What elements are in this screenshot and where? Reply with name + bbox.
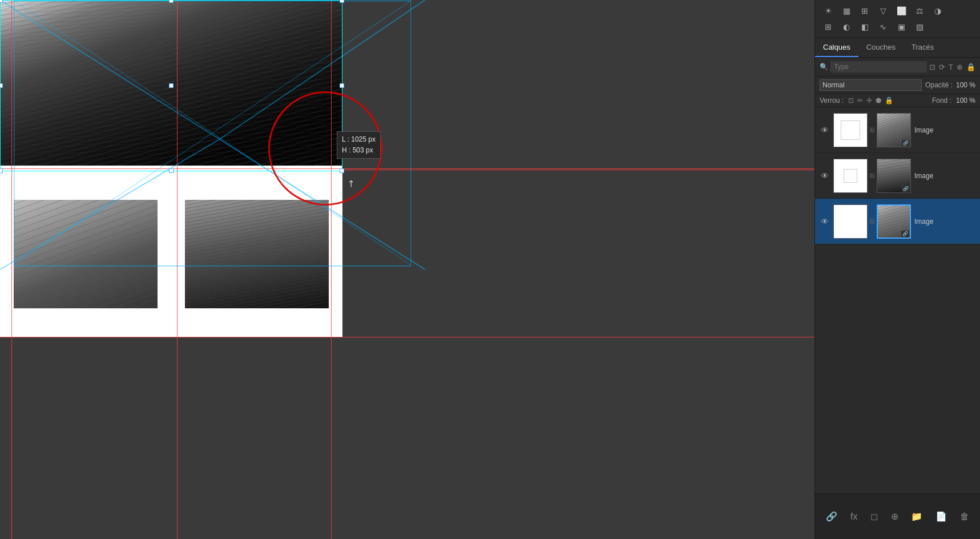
layers-list: 👁 ⛓ 🔗 Image 👁 (815, 107, 980, 493)
handle-mr[interactable] (340, 83, 344, 88)
contrast-icon[interactable]: ◧ (858, 21, 871, 33)
handle-bc[interactable] (169, 168, 174, 173)
layer-item-3[interactable]: 👁 ⛓ 🔗 Image (815, 199, 980, 244)
tooltip-width: L : 1025 px (342, 134, 376, 145)
layer-1-mask-thumb (833, 113, 868, 147)
handle-tr[interactable] (340, 0, 344, 3)
layer-1-thumbs: ⛓ 🔗 (833, 113, 911, 147)
lock-move-icon[interactable]: ✛ (866, 96, 872, 104)
guide-h-2 (0, 337, 814, 337)
hue-icon[interactable]: ◑ (931, 5, 944, 17)
search-input[interactable] (830, 61, 927, 73)
layer-3-thumbs: ⛓ 🔗 (833, 204, 911, 239)
layer-2-visibility[interactable]: 👁 (820, 171, 830, 181)
mask-icon[interactable]: ◻ (870, 511, 878, 522)
layer-item-2[interactable]: 👁 ⛓ 🔗 Image (815, 153, 980, 199)
balance-icon[interactable]: ⚖ (913, 5, 926, 17)
opacity-label: Opacité : (925, 81, 953, 89)
layer-3-badge: 🔗 (901, 231, 909, 237)
tooltip-height: H : 503 px (342, 145, 376, 156)
handle-ml[interactable] (0, 83, 3, 88)
delete-icon[interactable]: 🗑 (960, 512, 969, 522)
layer-3-name: Image (914, 218, 933, 226)
levels-icon[interactable]: ▽ (877, 5, 889, 17)
search-icon-3[interactable]: ⟳ (939, 63, 945, 71)
handle-tc[interactable] (169, 0, 174, 3)
guide-h-3 (342, 170, 814, 170)
blend-opacity-row: Normal Opacité : 100 % (815, 77, 980, 94)
verrou-label: Verrou : (820, 96, 844, 104)
gradient-icon[interactable]: ⬜ (895, 5, 908, 17)
handle-bl[interactable] (0, 168, 3, 173)
right-panel: ☀ ▦ ⊞ ▽ ⬜ ⚖ ◑ ⊞ ◐ ◧ ∿ ▣ ▨ Calques Couche… (814, 0, 980, 539)
layer-1-badge: 🔗 (902, 140, 910, 146)
toolbar-row-1: ☀ ▦ ⊞ ▽ ⬜ ⚖ ◑ (822, 5, 973, 17)
panel-tabs: Calques Couches Tracés (815, 38, 980, 58)
curves-icon[interactable]: ⊞ (858, 5, 871, 17)
search-icon-5[interactable]: ⊕ (957, 63, 963, 71)
tab-calques[interactable]: Calques (815, 38, 858, 57)
layer-item-1[interactable]: 👁 ⛓ 🔗 Image (815, 107, 980, 153)
search-bar: 🔍 ⊡ ⟳ T ⊕ 🔒 (815, 58, 980, 77)
canvas-area: L : 1025 px H : 503 px ↗ (0, 0, 814, 539)
photo-inner-left (14, 200, 158, 308)
layer-3-mask-thumb (833, 204, 868, 239)
photo-inner-right (185, 200, 329, 308)
layer-2-mask-thumb (833, 159, 868, 193)
tab-couches[interactable]: Couches (858, 38, 904, 57)
add-layer-icon[interactable]: 📄 (935, 511, 947, 522)
tab-traces[interactable]: Tracés (904, 38, 942, 57)
search-icon-6[interactable]: 🔒 (966, 63, 975, 71)
lock-icons: ⊡ ✏ ✛ ⬟ 🔒 (848, 96, 893, 104)
search-icon: 🔍 (820, 63, 828, 71)
brightness-icon[interactable]: ☀ (822, 5, 834, 17)
lock-fill-row: Verrou : ⊡ ✏ ✛ ⬟ 🔒 Fond : 100 % (815, 94, 980, 107)
search-icon-2[interactable]: ⊡ (929, 63, 935, 71)
adjustment-icon[interactable]: ⊕ (891, 511, 898, 522)
search-icon-4[interactable]: T (949, 63, 953, 71)
bw-icon[interactable]: ◐ (840, 21, 853, 33)
handle-tl[interactable] (0, 0, 3, 3)
opacity-value: 100 % (956, 81, 975, 89)
blend-mode-select[interactable]: Normal (820, 79, 922, 91)
layer-2-badge: 🔗 (902, 186, 910, 192)
frame-icon[interactable]: ▨ (913, 21, 926, 33)
layer-1-img-thumb: 🔗 (877, 113, 911, 147)
toolbar-row-2: ⊞ ◐ ◧ ∿ ▣ ▨ (822, 21, 973, 33)
layer-2-thumbs: ⛓ 🔗 (833, 159, 911, 193)
curve2-icon[interactable]: ∿ (877, 21, 889, 33)
dimensions-tooltip: L : 1025 px H : 503 px (337, 131, 381, 159)
chain-icon-1: ⛓ (869, 127, 875, 133)
layer-2-img-thumb: 🔗 (877, 159, 911, 193)
photo-frame-left (0, 171, 171, 337)
fill-label: Fond : (932, 96, 951, 104)
lock-lock-icon[interactable]: 🔒 (885, 96, 893, 104)
search-action-icons: ⊡ ⟳ T ⊕ 🔒 (929, 63, 975, 71)
chain-icon-2: ⛓ (869, 172, 875, 179)
handle-mc[interactable] (169, 83, 174, 88)
lock-art-icon[interactable]: ⬟ (876, 96, 881, 104)
fx-icon[interactable]: fx (850, 512, 857, 522)
vignette-icon[interactable]: ▣ (895, 21, 908, 33)
layer-1-visibility[interactable]: 👁 (820, 125, 830, 135)
panel-bottom: 🔗 fx ◻ ⊕ 📁 📄 🗑 (815, 493, 980, 539)
histogram-icon[interactable]: ▦ (840, 5, 853, 17)
panel-toolbar: ☀ ▦ ⊞ ▽ ⬜ ⚖ ◑ ⊞ ◐ ◧ ∿ ▣ ▨ (815, 0, 980, 38)
layer-3-img-thumb: 🔗 (877, 204, 911, 239)
layer-1-name: Image (914, 126, 933, 134)
fill-value: 100 % (956, 96, 975, 104)
chain-icon-3: ⛓ (869, 218, 875, 224)
grid-icon[interactable]: ⊞ (822, 21, 834, 33)
layer-2-name: Image (914, 172, 933, 180)
photos-bottom (0, 171, 342, 337)
folder-icon[interactable]: 📁 (911, 511, 922, 522)
link-icon[interactable]: 🔗 (826, 511, 837, 522)
lock-draw-icon[interactable]: ✏ (857, 96, 863, 104)
layer-3-visibility[interactable]: 👁 (820, 216, 830, 227)
lock-all-icon[interactable]: ⊡ (848, 96, 854, 104)
